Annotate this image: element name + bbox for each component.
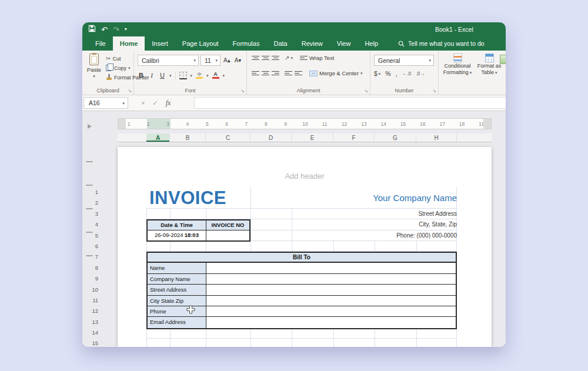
formula-input[interactable]	[194, 97, 506, 109]
company-name-cell[interactable]: Your Company Name	[280, 187, 457, 209]
qat-customize-button[interactable]: ▾	[125, 27, 127, 32]
tab-review[interactable]: Review	[295, 36, 330, 51]
row-number[interactable]: 12	[82, 306, 102, 316]
font-dialog-launcher[interactable]: ↘	[240, 89, 245, 93]
underline-button[interactable]: U	[159, 72, 166, 79]
phone-cell[interactable]: Phone: (000) 000-0000	[280, 230, 457, 241]
row-number[interactable]: 9	[82, 273, 102, 284]
name-box[interactable]: A16 ▾	[83, 97, 128, 109]
conditional-formatting-dropdown-icon[interactable]: ▾	[470, 71, 472, 75]
increase-font-button[interactable]: A▴	[222, 57, 232, 63]
decrease-decimal-button[interactable]: .0→	[416, 71, 425, 76]
tab-formulas[interactable]: Formulas	[226, 36, 267, 51]
cell-styles-button-partial[interactable]	[500, 55, 506, 64]
fill-color-dropdown-icon[interactable]: ▾	[206, 73, 209, 78]
page-header-placeholder[interactable]: Add header	[118, 172, 492, 181]
row-number[interactable]: 1	[82, 187, 102, 198]
percent-style-button[interactable]: %	[385, 70, 390, 77]
align-top-button[interactable]	[252, 56, 259, 60]
date-time-value-cell[interactable]: 26-09-202418:03	[148, 230, 206, 240]
borders-button[interactable]	[179, 72, 187, 79]
accounting-dropdown-icon[interactable]: ▾	[379, 72, 381, 76]
fill-color-button[interactable]	[196, 72, 203, 79]
bill-to-value-cell[interactable]	[206, 306, 456, 316]
font-name-dropdown-icon[interactable]: ▾	[193, 58, 196, 62]
row-number[interactable]: 8	[82, 263, 102, 273]
column-header-b[interactable]: B	[170, 133, 206, 142]
underline-dropdown-icon[interactable]: ▾	[169, 73, 172, 78]
row-number[interactable]: 10	[82, 285, 102, 295]
undo-button[interactable]: ↶	[101, 26, 108, 34]
insert-function-button[interactable]: fx	[166, 99, 171, 108]
merge-center-button[interactable]: ↔ Merge & Center ▾	[309, 70, 363, 76]
invoice-title-cell[interactable]: INVOICE	[149, 187, 226, 209]
orientation-dropdown-icon[interactable]: ▾	[290, 56, 293, 60]
tell-me-search[interactable]: Tell me what you want to do	[398, 36, 485, 51]
column-header-f[interactable]: F	[333, 133, 375, 142]
row-number[interactable]: 4	[82, 219, 102, 230]
copy-dropdown-icon[interactable]: ▾	[128, 66, 131, 70]
row-number[interactable]: 14	[82, 327, 102, 338]
bill-to-label-cell[interactable]: Street Address	[148, 285, 206, 295]
row-number[interactable]: 3	[82, 209, 102, 219]
tab-view[interactable]: View	[330, 36, 358, 51]
font-size-select[interactable]: 11 ▾	[201, 55, 220, 66]
name-box-dropdown-icon[interactable]: ▾	[122, 101, 125, 105]
street-address-cell[interactable]: Street Address	[280, 209, 457, 219]
save-button[interactable]	[88, 24, 96, 35]
font-color-dropdown-icon[interactable]: ▾	[223, 73, 225, 78]
number-format-dropdown-icon[interactable]: ▾	[429, 58, 431, 62]
row-number[interactable]: 13	[82, 317, 102, 327]
align-right-button[interactable]	[272, 71, 279, 75]
bill-to-value-cell[interactable]	[206, 274, 456, 284]
tab-page-layout[interactable]: Page Layout	[175, 36, 226, 51]
tab-file[interactable]: File	[88, 36, 113, 51]
row-number[interactable]: 2	[82, 198, 102, 208]
font-name-select[interactable]: Calibri ▾	[138, 55, 199, 66]
merge-center-dropdown-icon[interactable]: ▾	[360, 71, 363, 75]
bill-to-value-cell[interactable]	[206, 263, 456, 273]
row-number[interactable]: 6	[82, 241, 102, 252]
bill-to-header-cell[interactable]: Bill To	[146, 252, 457, 263]
paste-dropdown-icon[interactable]: ▾	[93, 74, 95, 78]
invoice-no-value-cell[interactable]	[206, 230, 249, 240]
column-header-h[interactable]: H	[416, 133, 457, 142]
number-dialog-launcher[interactable]: ↘	[432, 89, 436, 93]
wrap-text-button[interactable]: Wrap Text	[300, 55, 334, 61]
cancel-button[interactable]: ×	[141, 99, 145, 106]
city-state-zip-cell[interactable]: City, State, Zip	[280, 219, 457, 230]
font-size-dropdown-icon[interactable]: ▾	[215, 58, 218, 62]
comma-style-button[interactable]: ,	[396, 70, 397, 77]
italic-button[interactable]: I	[148, 72, 155, 79]
tab-data[interactable]: Data	[266, 36, 294, 51]
ruler[interactable]: 12345678910111213141516171819	[118, 118, 492, 129]
invoice-no-header-cell[interactable]: INVOICE NO	[206, 220, 249, 230]
align-left-button[interactable]	[252, 71, 259, 75]
orientation-button[interactable]: ↗ ▾	[285, 55, 293, 61]
tab-home[interactable]: Home	[113, 36, 145, 51]
align-center-button[interactable]	[262, 71, 269, 75]
alignment-dialog-launcher[interactable]: ↘	[364, 89, 368, 93]
decrease-indent-button[interactable]	[285, 71, 292, 75]
clipboard-dialog-launcher[interactable]: ↘	[128, 89, 132, 93]
align-middle-button[interactable]	[262, 56, 269, 60]
bold-button[interactable]: B	[138, 72, 145, 79]
column-header-d[interactable]: D	[250, 133, 292, 142]
bill-to-value-cell[interactable]	[206, 285, 456, 295]
row-number[interactable]: 15	[82, 338, 102, 347]
row-number[interactable]: 11	[82, 295, 102, 306]
format-as-table-dropdown-icon[interactable]: ▾	[495, 71, 497, 75]
paste-button[interactable]: Paste ▾	[85, 54, 103, 86]
enter-button[interactable]: ✓	[152, 99, 158, 107]
font-color-button[interactable]: A	[212, 72, 219, 79]
bill-to-label-cell[interactable]: Email Address	[148, 317, 206, 327]
bill-to-label-cell[interactable]: Phone	[148, 306, 206, 316]
tab-help[interactable]: Help	[358, 36, 385, 51]
increase-indent-button[interactable]	[295, 71, 302, 75]
bill-to-label-cell[interactable]: City State Zip	[148, 296, 206, 306]
column-header-e[interactable]: E	[292, 133, 333, 142]
column-header-c[interactable]: C	[206, 133, 250, 142]
bill-to-value-cell[interactable]	[206, 317, 456, 327]
accounting-format-button[interactable]: $ ▾	[374, 70, 380, 77]
borders-dropdown-icon[interactable]: ▾	[191, 73, 193, 78]
